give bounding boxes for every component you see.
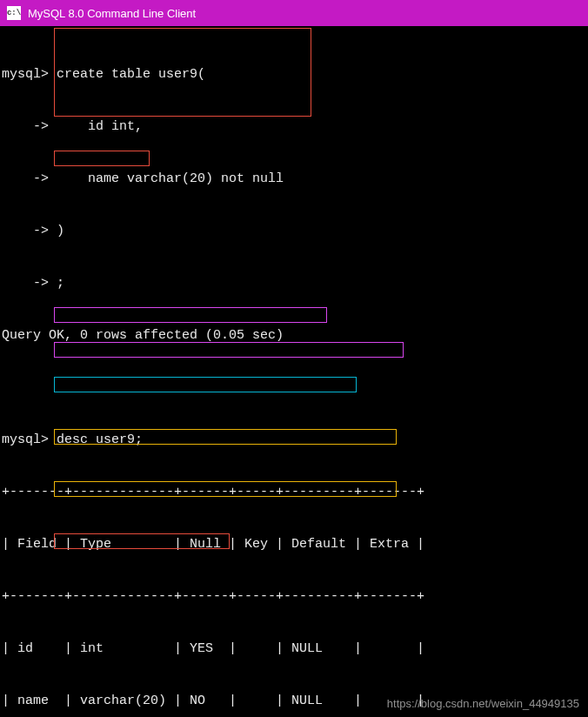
terminal-output[interactable]: mysql> create table user9( -> id int, ->… [0, 26, 588, 717]
terminal-line: | id | int | YES | | NULL | | [2, 640, 586, 658]
window-titlebar: c:\ MySQL 8.0 Command Line Client [0, 0, 588, 26]
terminal-line: Query OK, 0 rows affected (0.05 sec) [2, 327, 586, 345]
terminal-line: -> ; [2, 275, 586, 292]
highlight-box-desc [54, 151, 150, 166]
window-title: MySQL 8.0 Command Line Client [28, 7, 196, 20]
terminal-line: -> id int, [2, 118, 586, 136]
terminal-line: -> name varchar(20) not null [2, 171, 586, 188]
terminal-line [2, 379, 586, 397]
highlight-box-insert1 [54, 307, 327, 323]
terminal-line: +-------+-------------+------+-----+----… [2, 484, 586, 501]
terminal-line: +-------+-------------+------+-----+----… [2, 588, 586, 606]
terminal-line: mysql> create table user9( [2, 66, 586, 84]
terminal-line: mysql> desc user9; [2, 432, 586, 449]
terminal-line: -> ) [2, 223, 586, 240]
terminal-line: | Field | Type | Null | Key | Default | … [2, 536, 586, 553]
watermark-text: https://blog.csdn.net/weixin_44949135 [387, 697, 579, 710]
app-icon: c:\ [7, 6, 21, 20]
